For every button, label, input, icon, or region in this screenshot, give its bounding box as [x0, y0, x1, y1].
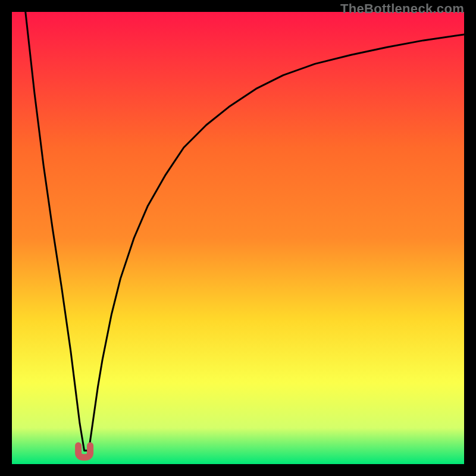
plot-svg — [12, 12, 464, 464]
plot-area — [12, 12, 464, 464]
gradient-background — [12, 12, 464, 464]
watermark-text: TheBottleneck.com — [340, 1, 464, 17]
chart-container: TheBottleneck.com — [0, 0, 476, 476]
